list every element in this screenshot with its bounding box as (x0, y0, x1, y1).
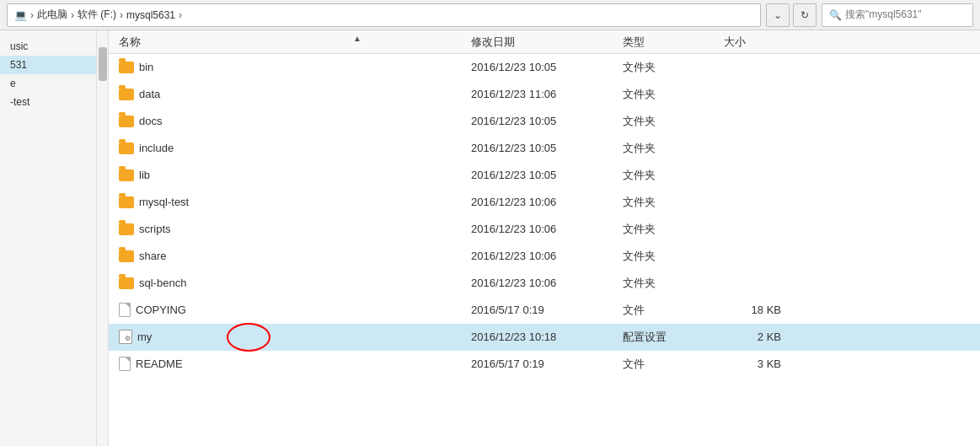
file-name-cell: data (109, 88, 471, 100)
table-row[interactable]: sql-bench 2016/12/23 10:06 文件夹 (109, 270, 980, 297)
file-date-cell: 2016/12/23 10:05 (471, 115, 623, 127)
file-name-cell: include (109, 142, 471, 154)
file-name: my (137, 330, 152, 343)
scrollbar[interactable] (97, 30, 109, 446)
file-date-cell: 2016/12/23 10:05 (471, 142, 623, 154)
folder-icon (119, 223, 134, 235)
file-name-cell: bin (109, 61, 471, 73)
file-name-cell: sql-bench (109, 277, 471, 289)
table-row[interactable]: bin 2016/12/23 10:05 文件夹 (109, 54, 980, 81)
refresh-button[interactable]: ↻ (793, 3, 817, 27)
col-header-size[interactable]: 大小 (724, 35, 791, 50)
table-row[interactable]: README 2016/5/17 0:19 文件 3 KB (109, 351, 980, 378)
file-type-cell: 文件夹 (623, 87, 724, 102)
file-name: data (139, 88, 160, 100)
path-pc: 💻 (14, 9, 27, 21)
sidebar-item-e[interactable]: e (0, 74, 96, 93)
file-type-cell: 文件夹 (623, 195, 724, 210)
table-row[interactable]: COPYING 2016/5/17 0:19 文件 18 KB (109, 297, 980, 324)
folder-icon (119, 169, 134, 181)
file-type-cell: 文件夹 (623, 222, 724, 237)
file-name-cell: scripts (109, 223, 471, 235)
file-type-cell: 配置设置 (623, 330, 724, 345)
path-folder: mysql5631 (126, 9, 175, 21)
file-name: share (139, 250, 167, 262)
table-row[interactable]: lib 2016/12/23 10:05 文件夹 (109, 162, 980, 189)
col-header-date[interactable]: 修改日期 (471, 35, 623, 50)
file-name-cell: lib (109, 169, 471, 181)
address-bar: 💻 › 此电脑 › 软件 (F:) › mysql5631 › ⌄ ↻ 🔍 搜索… (0, 0, 980, 30)
folder-icon (119, 116, 134, 127)
file-name: mysql-test (139, 196, 189, 208)
file-name-cell: README (109, 357, 471, 371)
path-pc-label: 此电脑 (37, 8, 67, 22)
file-name: sql-bench (139, 277, 186, 289)
file-rows: bin 2016/12/23 10:05 文件夹 data 2016/12/23… (109, 54, 980, 446)
file-type-cell: 文件夹 (623, 114, 724, 129)
file-date-cell: 2016/12/23 10:06 (471, 223, 623, 235)
table-row[interactable]: my 2016/12/23 10:18 配置设置 2 KB (109, 324, 980, 351)
file-name-cell: mysql-test (109, 196, 471, 208)
sidebar-item-music[interactable]: usic (0, 37, 96, 56)
file-date-cell: 2016/5/17 0:19 (471, 304, 623, 316)
table-row[interactable]: include 2016/12/23 10:05 文件夹 (109, 135, 980, 162)
table-row[interactable]: share 2016/12/23 10:06 文件夹 (109, 243, 980, 270)
dropdown-button[interactable]: ⌄ (766, 3, 790, 27)
search-box[interactable]: 🔍 搜索"mysql5631" (822, 3, 973, 27)
sidebar: usic 531 e -test (0, 30, 97, 446)
table-row[interactable]: mysql-test 2016/12/23 10:06 文件夹 (109, 189, 980, 216)
file-date-cell: 2016/12/23 11:06 (471, 88, 623, 100)
file-date-cell: 2016/5/17 0:19 (471, 357, 623, 370)
file-type-cell: 文件 (623, 303, 724, 318)
config-icon (119, 330, 132, 344)
table-row[interactable]: docs 2016/12/23 10:05 文件夹 (109, 108, 980, 135)
highlight-circle (227, 323, 270, 352)
file-icon (119, 357, 131, 371)
file-size-cell: 2 KB (724, 330, 791, 343)
address-path[interactable]: 💻 › 此电脑 › 软件 (F:) › mysql5631 › (7, 3, 761, 27)
main-layout: usic 531 e -test ▲ 名称 修改日期 类型 大小 bin 201… (0, 30, 980, 446)
scroll-thumb[interactable] (99, 47, 107, 81)
file-type-cell: 文件夹 (623, 141, 724, 156)
file-size-cell: 18 KB (724, 304, 791, 316)
file-date-cell: 2016/12/23 10:18 (471, 330, 623, 343)
table-row[interactable]: scripts 2016/12/23 10:06 文件夹 (109, 216, 980, 243)
file-name: COPYING (136, 304, 186, 316)
table-row[interactable]: data 2016/12/23 11:06 文件夹 (109, 81, 980, 108)
sidebar-item-mysql[interactable]: 531 (0, 56, 96, 74)
nav-controls: ⌄ ↻ (766, 3, 817, 27)
folder-icon (119, 89, 134, 100)
file-type-cell: 文件夹 (623, 60, 724, 75)
file-name-cell: share (109, 250, 471, 262)
file-name: include (139, 142, 174, 154)
file-date-cell: 2016/12/23 10:06 (471, 277, 623, 289)
file-icon (119, 303, 131, 317)
folder-icon (119, 62, 134, 73)
file-name: bin (139, 61, 153, 73)
file-name-cell: my (109, 330, 471, 344)
file-name-cell: docs (109, 115, 471, 127)
file-name: lib (139, 169, 150, 181)
file-type-cell: 文件夹 (623, 249, 724, 264)
search-placeholder: 搜索"mysql5631" (845, 8, 922, 22)
col-header-name[interactable]: 名称 (109, 35, 471, 50)
folder-icon (119, 277, 134, 289)
col-header-type[interactable]: 类型 (623, 35, 724, 50)
file-type-cell: 文件夹 (623, 168, 724, 183)
file-date-cell: 2016/12/23 10:05 (471, 61, 623, 73)
file-type-cell: 文件 (623, 357, 724, 372)
file-size-cell: 3 KB (724, 357, 791, 370)
sidebar-item-test[interactable]: -test (0, 93, 96, 111)
file-name: scripts (139, 223, 171, 235)
file-date-cell: 2016/12/23 10:06 (471, 196, 623, 208)
path-drive: 软件 (F:) (78, 8, 116, 22)
sort-up-icon: ▲ (353, 34, 361, 43)
search-icon: 🔍 (829, 9, 842, 21)
folder-icon (119, 196, 134, 208)
file-date-cell: 2016/12/23 10:06 (471, 250, 623, 262)
file-name: docs (139, 115, 162, 127)
column-headers: ▲ 名称 修改日期 类型 大小 (109, 30, 980, 54)
folder-icon (119, 250, 134, 262)
file-list: ▲ 名称 修改日期 类型 大小 bin 2016/12/23 10:05 文件夹… (109, 30, 980, 446)
file-name: README (136, 357, 183, 370)
